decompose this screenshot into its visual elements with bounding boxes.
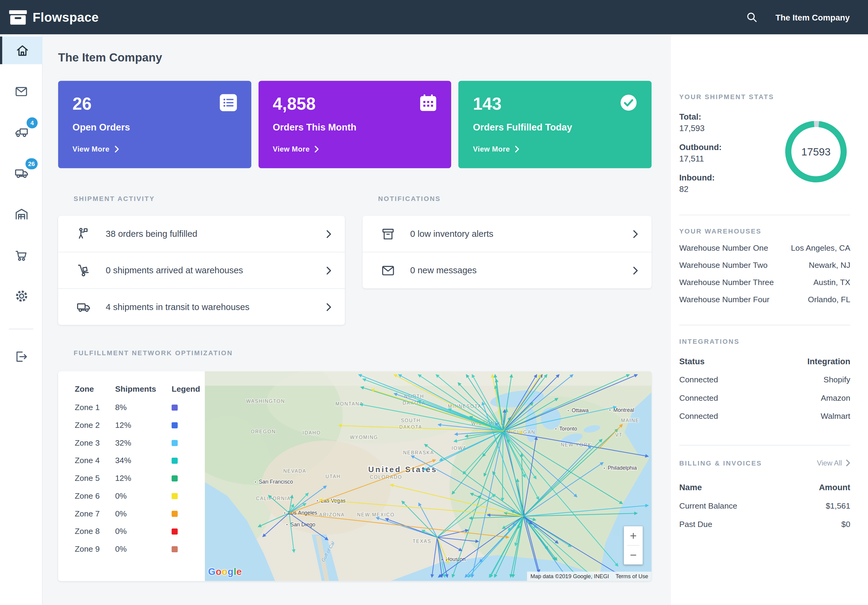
notifications-section: NOTIFICATIONS 0 low inventory alerts — [363, 195, 652, 288]
sidebar-item-warehouses[interactable] — [0, 200, 42, 228]
orders-this-month-view-more[interactable]: View More — [273, 145, 437, 153]
zone-row: Zone 60% — [75, 490, 205, 501]
right-panel: YOUR SHIPMENT STATS Total: 17,593 Outbou… — [671, 34, 868, 605]
map-zoom-control: + − — [624, 526, 643, 565]
envelope-icon — [381, 263, 396, 277]
map-attribution: Map data ©2019 Google, INEGI Terms of Us… — [527, 571, 652, 581]
svg-text:NEBRASKA: NEBRASKA — [403, 450, 434, 455]
svg-text:SOUTH: SOUTH — [401, 418, 421, 423]
donut-center-value: 17593 — [801, 146, 831, 158]
orders-this-month-card[interactable]: 4,858 Orders This Month View More — [258, 81, 451, 168]
chevron-right-icon — [632, 266, 638, 275]
zone-col-header: Zone — [75, 384, 115, 395]
chevron-right-icon — [315, 145, 319, 153]
truck-icon — [76, 300, 91, 314]
row-label: 0 new messages — [410, 265, 632, 275]
orders-fulfilled-today-card[interactable]: 143 Orders Fulfilled Today View More — [459, 81, 651, 168]
svg-text:WASHINGTON: WASHINGTON — [246, 399, 285, 404]
zone-legend-swatch — [172, 493, 178, 499]
sidebar-item-messages[interactable] — [0, 77, 42, 105]
zone-row: Zone 90% — [75, 543, 205, 555]
integration-name: Walmart — [821, 412, 850, 421]
dolly-icon — [76, 263, 91, 277]
sidebar-item-home[interactable] — [0, 36, 42, 64]
svg-text:TEXAS: TEXAS — [412, 539, 431, 544]
svg-text:Ottawa: Ottawa — [572, 407, 589, 413]
order-picker-icon — [76, 227, 91, 241]
open-orders-label: Open Orders — [73, 122, 237, 133]
google-logo[interactable]: Google — [208, 567, 242, 578]
outbound-value: 17,511 — [679, 154, 766, 163]
sidebar-item-orders[interactable] — [0, 241, 42, 269]
svg-text:MONTANA: MONTANA — [335, 401, 363, 407]
new-messages-row[interactable]: 0 new messages — [363, 252, 652, 288]
zone-row: Zone 434% — [75, 455, 205, 466]
sidebar-item-inbound-shipments[interactable]: 4 — [0, 118, 42, 146]
warehouse-row: Warehouse Number FourOrlando, FL — [679, 295, 851, 304]
sidebar-item-settings[interactable] — [0, 282, 42, 310]
inbound-count-badge: 4 — [26, 117, 38, 128]
view-more-label: View More — [273, 145, 310, 153]
chevron-right-icon — [515, 145, 519, 153]
warehouse-row: Warehouse Number TwoNewark, NJ — [679, 261, 851, 269]
inbound-truck-icon — [14, 125, 29, 139]
billing-row: Current Balance$1,561 — [679, 501, 851, 510]
orders-fulfilled-view-more[interactable]: View More — [473, 145, 637, 153]
orders-fulfilled-value: 143 — [473, 94, 637, 114]
open-orders-view-more[interactable]: View More — [73, 145, 237, 153]
low-inventory-alerts-row[interactable]: 0 low inventory alerts — [363, 216, 652, 252]
fno-heading: FULFILLMENT NETWORK OPTIMIZATION — [74, 349, 652, 357]
svg-text:COLORADO: COLORADO — [370, 475, 402, 480]
svg-text:IDAHO: IDAHO — [302, 430, 321, 435]
zone-table: Zone Shipments Legend Zone 18% Zone 212%… — [58, 371, 205, 581]
zone-row: Zone 332% — [75, 437, 205, 448]
warehouses-section: YOUR WAREHOUSES Warehouse Number OneLos … — [679, 215, 851, 325]
shipment-stats-donut: 17593 — [781, 117, 850, 188]
integration-status: Connected — [679, 375, 718, 384]
chevron-right-icon — [846, 459, 851, 466]
mail-icon — [14, 84, 28, 98]
svg-text:Montreal: Montreal — [613, 407, 634, 413]
svg-text:NEW MEXICO: NEW MEXICO — [357, 512, 395, 517]
orders-being-fulfilled-row[interactable]: 38 orders being fulfilled — [58, 216, 345, 252]
billing-section: BILLING & INVOICES View All Name Amount … — [679, 446, 851, 542]
main-content: The Item Company 26 Open Orders View Mor… — [42, 34, 671, 605]
zone-row: Zone 18% — [75, 402, 205, 413]
flowspace-dashboard: Flowspace The Item Company — [0, 0, 868, 605]
shipments-arrived-row[interactable]: 0 shipments arrived at warehouses — [58, 252, 345, 288]
flowspace-logo[interactable]: Flowspace — [9, 9, 99, 25]
integration-row: ConnectedAmazon — [679, 393, 851, 402]
svg-text:San Francisco: San Francisco — [259, 479, 293, 485]
navbar-company-name[interactable]: The Item Company — [775, 12, 849, 22]
top-navbar: Flowspace The Item Company — [0, 0, 868, 34]
terms-of-use-link[interactable]: Terms of Use — [612, 571, 652, 581]
open-orders-card[interactable]: 26 Open Orders View More — [58, 81, 251, 168]
zoom-out-button[interactable]: − — [624, 546, 643, 564]
chevron-right-icon — [632, 229, 638, 238]
sidebar-item-outbound-shipments[interactable]: 26 — [0, 159, 42, 187]
map-canvas: WASHINGTONMONTANANORTHDAKOTAMINNESOTAORE… — [205, 371, 652, 581]
open-orders-value: 26 — [73, 94, 237, 114]
check-circle-icon — [620, 94, 637, 113]
zone-legend-swatch — [172, 511, 178, 517]
orders-fulfilled-label: Orders Fulfilled Today — [473, 122, 637, 133]
view-more-label: View More — [473, 145, 510, 153]
warehouse-row: Warehouse Number OneLos Angeles, CA — [679, 243, 851, 252]
list-icon — [220, 94, 237, 113]
zoom-in-button[interactable]: + — [624, 526, 643, 545]
warehouse-icon — [14, 207, 29, 221]
map-data-credit: Map data ©2019 Google, INEGI — [527, 571, 612, 581]
total-label: Total: — [679, 112, 766, 121]
row-label: 0 low inventory alerts — [410, 229, 632, 238]
logout-icon — [14, 350, 28, 364]
billing-view-all-link[interactable]: View All — [817, 459, 850, 467]
fulfillment-map[interactable]: WASHINGTONMONTANANORTHDAKOTAMINNESOTAORE… — [205, 371, 652, 581]
orders-this-month-label: Orders This Month — [273, 122, 437, 133]
row-label: 0 shipments arrived at warehouses — [106, 265, 326, 275]
billing-row: Past Due$0 — [679, 520, 851, 528]
brand-name: Flowspace — [33, 10, 99, 25]
shipments-in-transit-row[interactable]: 4 shipments in transit to warehouses — [58, 288, 345, 325]
sidebar-item-logout[interactable] — [0, 343, 42, 370]
zone-legend-swatch — [172, 475, 178, 481]
search-icon[interactable] — [746, 11, 758, 23]
